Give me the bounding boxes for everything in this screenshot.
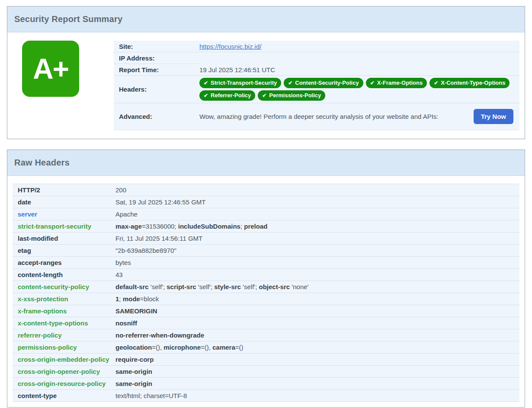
raw-row: x-xss-protection1; mode=block	[13, 293, 519, 305]
raw-header-name: content-type	[13, 390, 115, 402]
raw-row: cross-origin-embedder-policyrequire-corp	[13, 354, 519, 366]
raw-header-value: max-age=31536000; includeSubDomains; pre…	[115, 220, 519, 232]
raw-row: x-frame-optionsSAMEORIGIN	[13, 305, 519, 317]
summary-label-report-time: Report Time:	[114, 64, 199, 75]
raw-header-name[interactable]: x-content-type-options	[13, 317, 115, 329]
raw-row: cross-origin-resource-policysame-origin	[13, 378, 519, 390]
raw-row: permissions-policygeolocation=(), microp…	[13, 341, 519, 354]
header-badge[interactable]: ✔X-Content-Type-Options	[429, 78, 510, 88]
raw-header-name[interactable]: content-security-policy	[13, 281, 115, 293]
summary-title: Security Report Summary	[14, 14, 122, 24]
raw-row: content-length43	[13, 269, 519, 281]
raw-header-name: etag	[13, 245, 115, 256]
summary-table: Site:https://focusnic.biz.id/IP Address:…	[114, 41, 519, 130]
raw-header-value: Fri, 11 Jul 2025 14:56:11 GMT	[115, 233, 519, 244]
raw-headers-panel-header: Raw Headers	[7, 150, 525, 176]
raw-headers-panel-body: HTTP/2200dateSat, 19 Jul 2025 12:46:55 G…	[7, 176, 525, 407]
raw-header-value: text/html; charset=UTF-8	[115, 390, 519, 402]
raw-header-value: SAMEORIGIN	[115, 305, 519, 317]
raw-headers-table: HTTP/2200dateSat, 19 Jul 2025 12:46:55 G…	[13, 184, 519, 402]
header-badge[interactable]: ✔Referrer-Policy	[199, 90, 255, 101]
header-badge-label: Content-Security-Policy	[295, 80, 359, 86]
raw-header-value: 43	[115, 269, 519, 280]
raw-header-name: last-modified	[13, 233, 115, 244]
raw-header-name: HTTP/2	[13, 184, 115, 196]
site-link[interactable]: https://focusnic.biz.id/	[199, 43, 261, 50]
raw-header-value: geolocation=(), microphone=(), camera=()	[115, 341, 519, 353]
raw-header-value: 200	[115, 184, 519, 196]
raw-header-value: require-corp	[115, 354, 519, 365]
summary-panel-body: A+ Site:https://focusnic.biz.id/IP Addre…	[7, 32, 525, 139]
raw-header-name[interactable]: x-xss-protection	[13, 293, 115, 305]
header-badge[interactable]: ✔X-Frame-Options	[366, 78, 427, 88]
summary-label-ip-address: IP Address:	[114, 52, 199, 64]
check-icon: ✔	[370, 80, 375, 86]
raw-header-name[interactable]: server	[13, 208, 115, 220]
check-icon: ✔	[204, 80, 208, 86]
grade-badge: A+	[22, 41, 79, 97]
header-badge[interactable]: ✔Permissions-Policy	[258, 90, 325, 101]
summary-value-report-time: 19 Jul 2025 12:46:51 UTC	[199, 64, 519, 75]
header-badge-label: Permissions-Policy	[269, 92, 321, 99]
raw-header-name[interactable]: cross-origin-resource-policy	[13, 378, 115, 389]
raw-header-name: date	[13, 196, 115, 208]
raw-header-name[interactable]: x-frame-options	[13, 305, 115, 317]
summary-row-site: Site:https://focusnic.biz.id/	[114, 41, 519, 52]
raw-header-value: Apache	[115, 208, 519, 220]
header-badge[interactable]: ✔Strict-Transport-Security	[199, 78, 281, 88]
header-badge-label: X-Frame-Options	[377, 80, 423, 86]
raw-header-value: no-referrer-when-downgrade	[115, 329, 519, 341]
summary-panel: Security Report Summary A+ Site:https://…	[7, 6, 525, 139]
summary-panel-header: Security Report Summary	[7, 6, 525, 32]
raw-row: etag"2b-639a882be8970"	[13, 245, 519, 257]
summary-value-ip-address	[199, 52, 519, 64]
try-now-button[interactable]: Try Now	[474, 109, 513, 124]
raw-row: referrer-policyno-referrer-when-downgrad…	[13, 329, 519, 341]
raw-headers-title: Raw Headers	[14, 158, 70, 167]
raw-row: content-typetext/html; charset=UTF-8	[13, 390, 519, 402]
advanced-cell: Wow, amazing grade! Perform a deeper sec…	[199, 103, 519, 130]
raw-row: content-security-policydefault-src 'self…	[13, 281, 519, 293]
raw-header-value: nosniff	[115, 317, 519, 329]
header-badge-label: Strict-Transport-Security	[211, 80, 277, 86]
raw-header-name[interactable]: strict-transport-security	[13, 220, 115, 232]
raw-header-name[interactable]: cross-origin-opener-policy	[13, 366, 115, 377]
summary-label-advanced: Advanced:	[114, 103, 199, 130]
raw-header-value: Sat, 19 Jul 2025 12:46:55 GMT	[115, 196, 519, 208]
raw-header-name[interactable]: cross-origin-embedder-policy	[13, 354, 115, 365]
header-badge[interactable]: ✔Content-Security-Policy	[284, 78, 363, 88]
summary-row-ip-address: IP Address:	[114, 52, 519, 64]
raw-header-value: 1; mode=block	[115, 293, 519, 305]
raw-header-name: content-length	[13, 269, 115, 280]
raw-header-value: bytes	[115, 257, 519, 268]
summary-value-site: https://focusnic.biz.id/	[199, 41, 519, 52]
raw-header-name[interactable]: referrer-policy	[13, 329, 115, 341]
raw-row: x-content-type-optionsnosniff	[13, 317, 519, 329]
raw-headers-panel: Raw Headers HTTP/2200dateSat, 19 Jul 202…	[7, 150, 525, 408]
grade-column: A+	[13, 41, 114, 130]
raw-header-value: "2b-639a882be8970"	[115, 245, 519, 256]
raw-header-value: default-src 'self'; script-src 'self'; s…	[115, 281, 519, 293]
raw-header-value: same-origin	[115, 366, 519, 377]
check-icon: ✔	[262, 93, 266, 98]
raw-row: accept-rangesbytes	[13, 257, 519, 269]
raw-header-name[interactable]: permissions-policy	[13, 341, 115, 353]
raw-row: dateSat, 19 Jul 2025 12:46:55 GMT	[13, 196, 519, 208]
header-badge-label: Referrer-Policy	[211, 92, 251, 99]
summary-label-site: Site:	[114, 41, 199, 52]
raw-row: strict-transport-securitymax-age=3153600…	[13, 220, 519, 233]
summary-row-advanced: Advanced:Wow, amazing grade! Perform a d…	[114, 103, 519, 130]
headers-badges: ✔Strict-Transport-Security✔Content-Secur…	[199, 76, 519, 103]
raw-row: cross-origin-opener-policysame-origin	[13, 366, 519, 378]
summary-label-headers: Headers:	[114, 76, 199, 103]
advanced-text: Wow, amazing grade! Perform a deeper sec…	[199, 113, 474, 120]
check-icon: ✔	[434, 80, 438, 86]
header-badge-label: X-Content-Type-Options	[441, 80, 505, 86]
check-icon: ✔	[204, 93, 208, 98]
raw-row: HTTP/2200	[13, 184, 519, 196]
grade-letter: A+	[33, 54, 68, 83]
raw-row: serverApache	[13, 208, 519, 220]
summary-row-headers: Headers:✔Strict-Transport-Security✔Conte…	[114, 76, 519, 103]
raw-header-value: same-origin	[115, 378, 519, 389]
raw-header-name: accept-ranges	[13, 257, 115, 268]
